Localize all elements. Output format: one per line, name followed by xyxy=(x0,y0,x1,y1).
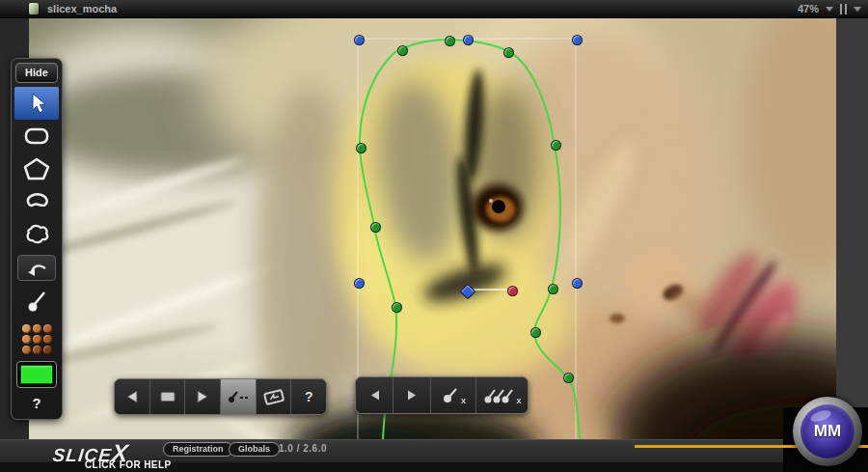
bspline-tool[interactable] xyxy=(14,185,59,218)
spline-point[interactable] xyxy=(397,45,408,56)
stop-button[interactable] xyxy=(150,379,186,414)
spline-point[interactable] xyxy=(548,284,558,294)
palette-color-dot[interactable] xyxy=(22,324,31,333)
palette-color-dot[interactable] xyxy=(33,335,41,344)
palette-color-dot[interactable] xyxy=(33,346,41,354)
palette-color-dot[interactable] xyxy=(33,324,41,333)
rectangle-tool[interactable] xyxy=(14,120,59,153)
delete-all-keyframes-icon xyxy=(482,386,515,405)
spline-color-value xyxy=(20,365,53,384)
window-title: slicex_mocha xyxy=(47,3,117,14)
prev-keyframe-icon xyxy=(368,389,381,402)
pointer-tool[interactable] xyxy=(14,87,59,120)
pointer-icon xyxy=(24,91,49,116)
mm-lens-logo: MM xyxy=(793,397,862,466)
bspline-icon xyxy=(22,190,51,213)
palette-color-dot[interactable] xyxy=(22,335,31,344)
color-palette[interactable] xyxy=(22,324,52,354)
bbox-handle[interactable] xyxy=(572,278,583,289)
version-label: 1.0 / 2.6.0 xyxy=(279,443,327,454)
brush-icon xyxy=(24,290,49,313)
bbox-handle[interactable] xyxy=(572,35,583,45)
palette-color-dot[interactable] xyxy=(43,324,52,333)
delete-keyframe-icon xyxy=(441,386,460,405)
polygon-icon xyxy=(22,155,51,182)
track-backward-button[interactable] xyxy=(115,379,150,414)
freehand-tool[interactable] xyxy=(14,218,59,251)
keyframe-options-button[interactable] xyxy=(221,379,257,414)
freehand-icon xyxy=(22,222,51,247)
rotate-handle-line xyxy=(471,289,507,291)
spline-point[interactable] xyxy=(503,47,514,58)
hide-button[interactable]: Hide xyxy=(15,63,58,83)
track-backward-icon xyxy=(123,389,141,404)
spline-point[interactable] xyxy=(370,222,381,233)
keyframe-panel: x x xyxy=(355,376,529,414)
globals-button[interactable]: Globals xyxy=(229,442,280,457)
document-icon xyxy=(29,3,39,14)
tracking-panel: ? xyxy=(114,378,327,415)
registration-button[interactable]: Registration xyxy=(163,442,233,457)
spline-point[interactable] xyxy=(392,302,402,313)
spline-point[interactable] xyxy=(530,327,541,338)
surface-icon xyxy=(261,387,286,406)
bbox-handle[interactable] xyxy=(354,35,365,45)
polygon-tool[interactable] xyxy=(14,153,59,185)
rotate-handle[interactable] xyxy=(507,286,518,296)
rectangle-icon xyxy=(22,125,51,148)
delete-all-keyframes-button[interactable]: x xyxy=(476,377,528,413)
panel-toggle-icon[interactable] xyxy=(840,4,847,14)
stop-icon xyxy=(159,390,176,403)
zoom-level[interactable]: 47% xyxy=(798,3,819,14)
zoom-dropdown-icon[interactable] xyxy=(826,7,833,12)
palette-color-dot[interactable] xyxy=(43,335,52,344)
bbox-handle[interactable] xyxy=(463,35,474,45)
app-window: slicex_mocha 47% xyxy=(0,0,868,472)
spline-color-swatch[interactable] xyxy=(16,361,57,388)
track-forward-icon xyxy=(194,389,211,404)
next-keyframe-button[interactable] xyxy=(393,377,431,413)
undo-button[interactable] xyxy=(17,255,56,281)
spline-point[interactable] xyxy=(356,143,366,153)
palette-color-dot[interactable] xyxy=(22,346,31,354)
tracking-help-button[interactable]: ? xyxy=(291,379,326,414)
bbox-handle[interactable] xyxy=(354,278,365,289)
next-keyframe-icon xyxy=(406,389,419,402)
keyframe-options-icon xyxy=(227,389,250,404)
title-bar: slicex_mocha 47% xyxy=(0,0,868,18)
tools-panel: Hide xyxy=(11,58,63,420)
delete-keyframe-button[interactable]: x xyxy=(431,377,476,413)
surface-button[interactable] xyxy=(257,379,292,414)
click-for-help-link[interactable]: CLICK FOR HELP xyxy=(85,459,172,470)
track-forward-button[interactable] xyxy=(185,379,221,414)
spline-point[interactable] xyxy=(563,373,574,383)
brush-tool[interactable] xyxy=(14,285,59,318)
palette-color-dot[interactable] xyxy=(43,346,52,354)
spline-point[interactable] xyxy=(445,36,455,46)
spline-point[interactable] xyxy=(551,140,561,151)
lens-icon: MM xyxy=(800,404,854,458)
toolbar-help-button[interactable]: ? xyxy=(32,395,41,411)
undo-icon xyxy=(23,260,50,277)
options-dropdown-icon[interactable] xyxy=(854,7,861,12)
prev-keyframe-button[interactable] xyxy=(356,377,393,413)
